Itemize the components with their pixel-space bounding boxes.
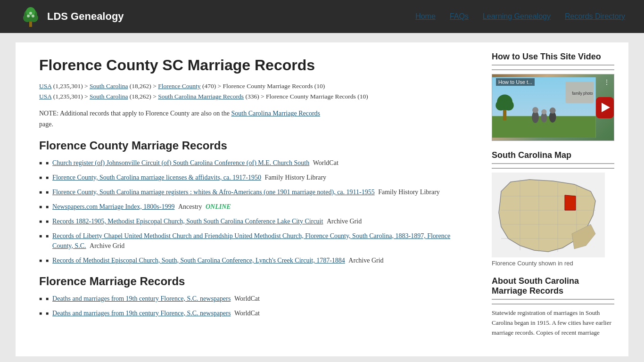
sc-marriage-records-link[interactable]: South Carolina Marriage Records (231, 110, 320, 117)
video-options-icon: ⋮ (603, 78, 610, 86)
source-label-f2: WorldCat (234, 310, 260, 317)
svg-point-13 (504, 100, 514, 110)
record-link-1[interactable]: Church register (of) Johnsonville Circui… (52, 159, 309, 166)
bullet-icon: ■ (46, 218, 49, 225)
breadcrumb-sc-1[interactable]: South Carolina (90, 82, 128, 90)
divider (492, 69, 614, 70)
source-label-f1: WorldCat (234, 295, 260, 302)
record-link-2[interactable]: Florence County, South Carolina marriage… (52, 174, 261, 181)
source-label-5: Archive Grid (327, 218, 362, 225)
sc-map-caption: Florence County shown in red (492, 260, 614, 267)
sidebar-video-title: How to Use This Site Video (492, 52, 614, 66)
divider-2 (492, 168, 614, 169)
sidebar-video-section: How to Use This Site Video (492, 52, 614, 141)
source-label-6: Archive Grid (90, 242, 124, 249)
florence-record-list: ■ Deaths and marriages from 19th century… (39, 294, 468, 318)
source-label-7: Archive Grid (348, 257, 383, 264)
breadcrumb-text-2: (18,262) > (130, 82, 158, 90)
svg-point-19 (550, 107, 556, 114)
divider-3 (492, 304, 614, 304)
bullet-icon: ■ (46, 232, 49, 239)
svg-point-17 (541, 109, 546, 115)
list-item: ■ Florence County, South Carolina marria… (39, 173, 468, 182)
logo-tree-icon (19, 5, 42, 28)
bullet-icon: ■ (46, 257, 49, 264)
source-label-2: Family History Library (264, 174, 326, 181)
sidebar-about-section: About South Carolina Marriage Records St… (492, 276, 614, 337)
sc-map (492, 173, 614, 257)
play-button[interactable] (596, 97, 614, 118)
sc-map-svg (492, 173, 605, 257)
page-title: Florence County SC Marriage Records (39, 57, 468, 74)
note-suffix: page. (39, 121, 53, 128)
sidebar-map-section: South Carolina Map (492, 150, 614, 267)
online-badge: ONLINE (206, 203, 231, 210)
nav-records-directory[interactable]: Records Directory (565, 12, 625, 21)
list-item: ■ Records 1882-1905, Methodist Episcopal… (39, 216, 468, 226)
breadcrumb: USA (1,235,301) > South Carolina (18,262… (39, 81, 468, 101)
svg-point-7 (29, 12, 32, 15)
list-item: ■ Deaths and marriages from 19th century… (39, 308, 468, 318)
record-link-3[interactable]: Florence County, South Carolina marriage… (52, 189, 375, 196)
nav-learning-genealogy[interactable]: Learning Genealogy (483, 12, 551, 21)
record-link-5[interactable]: Records 1882-1905, Methodist Episcopal C… (52, 218, 323, 225)
record-link-f1[interactable]: Deaths and marriages from 19th century F… (52, 295, 231, 302)
section-title-florence-county: Florence County Marriage Records (39, 139, 468, 152)
list-item: ■ Records of Liberty Chapel United Metho… (39, 231, 468, 251)
record-link-7[interactable]: Records of Methodist Episcopal Church, S… (52, 257, 345, 264)
svg-point-15 (532, 107, 538, 113)
main-nav: Home FAQs Learning Genealogy Records Dir… (415, 12, 625, 21)
sidebar-about-title: About South Carolina Marriage Records (492, 276, 614, 300)
breadcrumb-sc-2[interactable]: South Carolina (90, 93, 128, 100)
breadcrumb-usa-2[interactable]: USA (39, 93, 51, 100)
breadcrumb-florence-county[interactable]: Florence County (158, 82, 200, 90)
breadcrumb-text-5: (18,262) > (130, 93, 158, 100)
site-header: LDS Genealogy Home FAQs Learning Genealo… (0, 0, 644, 33)
play-triangle-icon (602, 103, 610, 112)
svg-rect-0 (29, 21, 32, 27)
list-item: ■ Deaths and marriages from 19th century… (39, 294, 468, 304)
breadcrumb-text-1: (1,235,301) > (53, 82, 90, 90)
list-item: ■ Church register (of) Johnsonville Circ… (39, 158, 468, 168)
bullet-icon: ■ (46, 295, 49, 302)
record-link-f2[interactable]: Deaths and marriages from 19th century F… (52, 310, 231, 317)
svg-point-6 (32, 15, 34, 17)
bullet-icon: ■ (46, 310, 49, 317)
bullet-icon: ■ (46, 203, 49, 210)
site-name: LDS Genealogy (47, 10, 124, 23)
list-item: ■ Florence County, South Carolina marria… (39, 187, 468, 197)
breadcrumb-text-6: (336) > Florence County Marriage Records… (245, 93, 368, 100)
breadcrumb-sc-marriage[interactable]: South Carolina Marriage Records (158, 93, 244, 100)
breadcrumb-usa-1[interactable]: USA (39, 82, 51, 90)
source-label-4: Ancestry (178, 203, 202, 210)
record-link-4[interactable]: Newspapers.com Marriage Index, 1800s-199… (52, 203, 174, 210)
bullet-icon: ■ (46, 159, 49, 166)
note-paragraph: NOTE: Additional records that apply to F… (39, 108, 468, 130)
main-content: Florence County SC Marriage Records USA … (30, 42, 478, 356)
svg-point-5 (27, 15, 30, 17)
bullet-icon: ■ (46, 189, 49, 196)
list-item: ■ Newspapers.com Marriage Index, 1800s-1… (39, 202, 468, 212)
breadcrumb-text-4: (1,235,301) > (53, 93, 90, 100)
video-label: How to Use t... (496, 78, 535, 86)
source-label-3: Family History Library (378, 189, 440, 196)
video-thumb-inner: family photo How to Use t... ⋮ (492, 74, 614, 140)
logo-area[interactable]: LDS Genealogy (19, 5, 124, 28)
section-title-florence-marriage: Florence Marriage Records (39, 275, 468, 288)
page-wrapper: Florence County SC Marriage Records USA … (0, 33, 644, 362)
sidebar: How to Use This Site Video (492, 42, 614, 356)
note-prefix: NOTE: Additional records that apply to F… (39, 110, 231, 117)
source-label-1: WorldCat (313, 159, 339, 166)
florence-county-record-list: ■ Church register (of) Johnsonville Circ… (39, 158, 468, 265)
list-item: ■ Records of Methodist Episcopal Church,… (39, 255, 468, 265)
breadcrumb-text-3: (470) > Florence County Marriage Records… (202, 82, 325, 90)
bullet-icon: ■ (46, 174, 49, 181)
about-text: Statewide registration of marriages in S… (492, 308, 614, 337)
breadcrumb-line-2: USA (1,235,301) > South Carolina (18,262… (39, 91, 468, 102)
video-thumbnail[interactable]: family photo How to Use t... ⋮ (492, 74, 614, 141)
nav-home[interactable]: Home (415, 12, 436, 21)
nav-faqs[interactable]: FAQs (450, 12, 469, 21)
svg-text:family photo: family photo (572, 91, 593, 96)
content-wrapper: Florence County SC Marriage Records USA … (16, 42, 628, 356)
breadcrumb-line-1: USA (1,235,301) > South Carolina (18,262… (39, 81, 468, 91)
